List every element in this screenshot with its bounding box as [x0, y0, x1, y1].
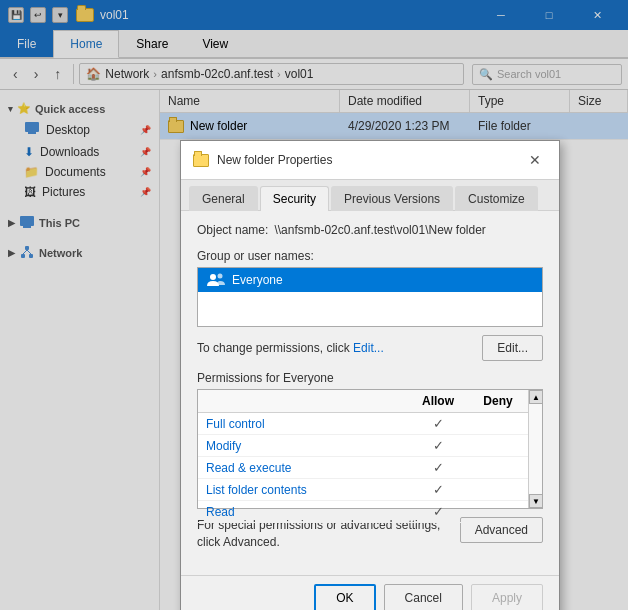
perm-table-inner: Allow Deny Full control ✓ Modify ✓ R	[198, 390, 528, 523]
dialog-footer: OK Cancel Apply	[181, 575, 559, 610]
apply-button[interactable]: Apply	[471, 584, 543, 610]
title-folder-icon	[76, 8, 94, 22]
cancel-button[interactable]: Cancel	[384, 584, 463, 610]
user-item-everyone[interactable]: Everyone	[198, 268, 542, 292]
dialog-titlebar: New folder Properties ✕	[181, 141, 559, 180]
perm-allow-list-folder: ✓	[408, 479, 468, 500]
this-pc-label: This PC	[39, 217, 80, 229]
perm-row-modify: Modify ✓	[198, 435, 528, 457]
sidebar-desktop-label: Desktop	[46, 123, 90, 137]
forward-button[interactable]: ›	[27, 62, 46, 86]
downloads-icon: ⬇	[24, 145, 34, 159]
perm-col-name	[198, 390, 408, 412]
pin-icon-downloads: 📌	[140, 147, 151, 157]
col-date[interactable]: Date modified	[340, 90, 470, 112]
network-icon	[19, 244, 35, 262]
checkmark-icon: ✓	[433, 416, 444, 431]
table-row[interactable]: New folder 4/29/2020 1:23 PM File folder	[160, 113, 628, 140]
title-bar-icons: 💾 ↩ ▾	[8, 7, 68, 23]
perm-row-read-execute: Read & execute ✓	[198, 457, 528, 479]
forward-icon: ›	[34, 66, 39, 82]
documents-icon: 📁	[24, 165, 39, 179]
close-button[interactable]: ✕	[574, 0, 620, 30]
edit-row: To change permissions, click Edit... Edi…	[197, 335, 543, 361]
minimize-button[interactable]: ─	[478, 0, 524, 30]
perm-deny-read-execute	[468, 465, 528, 471]
tab-security[interactable]: Security	[260, 186, 329, 211]
group-label: Group or user names:	[197, 249, 543, 263]
perm-col-deny: Deny	[468, 390, 528, 412]
tab-previous-versions[interactable]: Previous Versions	[331, 186, 453, 211]
sidebar-item-downloads[interactable]: ⬇ Downloads 📌	[0, 142, 159, 162]
scroll-track	[529, 404, 542, 494]
svg-line-7	[23, 250, 27, 254]
address-bar[interactable]: 🏠 Network › anfsmb-02c0.anf.test › vol01	[79, 63, 464, 85]
svg-rect-6	[25, 246, 29, 250]
tab-view[interactable]: View	[185, 30, 245, 58]
maximize-button[interactable]: □	[526, 0, 572, 30]
permissions-label: Permissions for Everyone	[197, 371, 543, 385]
svg-rect-0	[25, 122, 39, 132]
window-title: vol01	[100, 8, 129, 22]
edit-button[interactable]: Edit...	[482, 335, 543, 361]
perm-name-read-execute: Read & execute	[198, 458, 408, 478]
address-part-server: anfsmb-02c0.anf.test	[161, 67, 273, 81]
perm-allow-modify: ✓	[408, 435, 468, 456]
sidebar: ▾ ⭐ Quick access Desktop 📌 ⬇ Downloads 📌…	[0, 90, 160, 610]
back-button[interactable]: ‹	[6, 62, 25, 86]
scroll-up-button[interactable]: ▲	[529, 390, 543, 404]
col-name[interactable]: Name	[160, 90, 340, 112]
folder-icon	[168, 120, 184, 133]
perm-header: Allow Deny	[198, 390, 528, 413]
object-name-value: \\anfsmb-02c0.anf.test\vol01\New folder	[274, 223, 485, 237]
search-box[interactable]: 🔍 Search vol01	[472, 64, 622, 85]
search-icon: 🔍	[479, 68, 493, 81]
pin-icon-pictures: 📌	[140, 187, 151, 197]
perm-deny-read	[468, 509, 528, 515]
perm-scrollbar[interactable]: ▲ ▼	[528, 390, 542, 508]
object-name-row: Object name: \\anfsmb-02c0.anf.test\vol0…	[197, 223, 543, 237]
tab-file[interactable]: File	[0, 30, 53, 57]
svg-rect-5	[29, 254, 33, 258]
col-size[interactable]: Size	[570, 90, 628, 112]
perm-name-read: Read	[198, 502, 408, 522]
up-button[interactable]: ↑	[47, 62, 68, 86]
dialog-title: New folder Properties	[217, 153, 515, 167]
toolbar: ‹ › ↑ 🏠 Network › anfsmb-02c0.anf.test ›…	[0, 59, 628, 90]
quick-access-toolbar-icon[interactable]: 💾	[8, 7, 24, 23]
permissions-table: Allow Deny Full control ✓ Modify ✓ R	[197, 389, 543, 509]
col-type[interactable]: Type	[470, 90, 570, 112]
address-part-network: Network	[105, 67, 149, 81]
svg-line-8	[27, 250, 31, 254]
tab-home[interactable]: Home	[53, 30, 119, 58]
dialog-content: Object name: \\anfsmb-02c0.anf.test\vol0…	[181, 211, 559, 575]
ok-button[interactable]: OK	[314, 584, 375, 610]
network-chevron: ▶	[8, 248, 15, 258]
user-icon	[206, 272, 226, 288]
dialog-close-button[interactable]: ✕	[523, 149, 547, 171]
sidebar-quick-access[interactable]: ▾ ⭐ Quick access	[0, 96, 159, 117]
tab-share[interactable]: Share	[119, 30, 185, 58]
window-controls: ─ □ ✕	[478, 0, 620, 30]
edit-link[interactable]: Edit...	[353, 341, 384, 355]
sidebar-network[interactable]: ▶ Network	[0, 238, 159, 264]
sidebar-item-pictures[interactable]: 🖼 Pictures 📌	[0, 182, 159, 202]
scroll-down-button[interactable]: ▼	[529, 494, 543, 508]
address-part-vol: vol01	[285, 67, 314, 81]
tab-general[interactable]: General	[189, 186, 258, 211]
quick-access-label: Quick access	[35, 103, 105, 115]
this-pc-icon	[19, 214, 35, 232]
undo-icon[interactable]: ↩	[30, 7, 46, 23]
network-label: Network	[39, 247, 82, 259]
sidebar-item-documents[interactable]: 📁 Documents 📌	[0, 162, 159, 182]
sidebar-item-desktop[interactable]: Desktop 📌	[0, 117, 159, 142]
dialog-tabs: General Security Previous Versions Custo…	[181, 180, 559, 211]
sidebar-downloads-label: Downloads	[40, 145, 99, 159]
sidebar-this-pc[interactable]: ▶ This PC	[0, 208, 159, 234]
toolbar-separator	[73, 64, 74, 84]
dropdown-arrow-icon[interactable]: ▾	[52, 7, 68, 23]
tab-customize[interactable]: Customize	[455, 186, 538, 211]
dialog-folder-icon	[193, 154, 209, 167]
file-list-header: Name Date modified Type Size	[160, 90, 628, 113]
perm-allow-read: ✓	[408, 501, 468, 522]
